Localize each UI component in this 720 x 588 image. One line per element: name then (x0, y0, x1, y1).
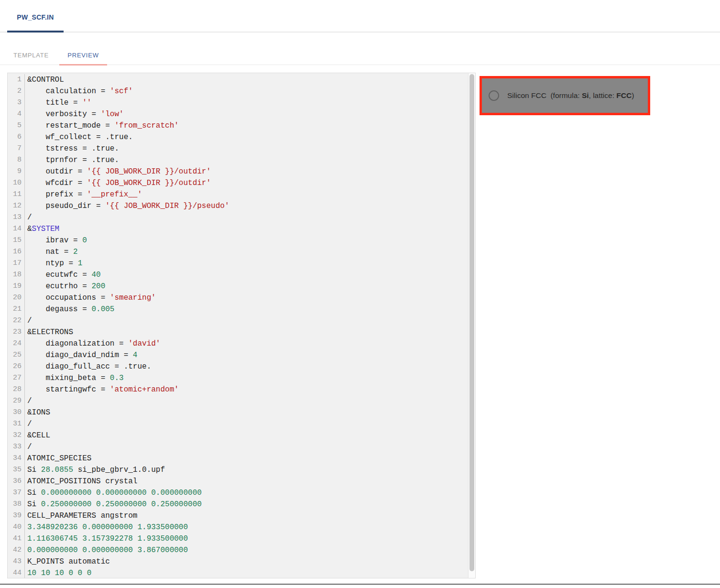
code-line: 34ATOMIC_SPECIES (8, 453, 475, 464)
code-text: wf_collect = .true. (25, 131, 133, 143)
line-number: 12 (8, 200, 25, 212)
code-text: ntyp = 1 (25, 258, 82, 269)
material-option-silicon-fcc[interactable]: Silicon FCC (formula: Si, lattice: FCC) (480, 76, 650, 115)
editor-scrollbar[interactable] (468, 73, 475, 578)
code-line: 39CELL_PARAMETERS angstrom (8, 510, 475, 522)
code-text: / (25, 395, 32, 407)
code-text: CELL_PARAMETERS angstrom (25, 510, 137, 522)
code-line: 4410 10 10 0 0 0 (8, 567, 475, 578)
line-number: 35 (8, 464, 25, 476)
line-number: 14 (8, 223, 25, 235)
line-number: 32 (8, 430, 25, 441)
code-line: 8 tprnfor = .true. (8, 154, 475, 166)
code-text: ecutwfc = 40 (25, 269, 101, 281)
code-text: restart_mode = 'from_scratch' (25, 120, 179, 131)
code-line: 33/ (8, 441, 475, 453)
code-line: 17 ntyp = 1 (8, 258, 475, 269)
code-editor[interactable]: 1&CONTROL2 calculation = 'scf'3 title = … (7, 73, 476, 578)
line-number: 8 (8, 154, 25, 166)
code-text: tstress = .true. (25, 143, 119, 154)
code-text: verbosity = 'low' (25, 109, 124, 120)
code-line: 12 pseudo_dir = '{{ JOB_WORK_DIR }}/pseu… (8, 200, 475, 212)
line-number: 20 (8, 292, 25, 304)
tab-template[interactable]: TEMPLATE (7, 45, 55, 65)
line-number: 21 (8, 304, 25, 315)
code-line: 29/ (8, 395, 475, 407)
code-editor-lines: 1&CONTROL2 calculation = 'scf'3 title = … (8, 74, 475, 578)
code-line: 18 ecutwfc = 40 (8, 269, 475, 281)
code-line: 420.000000000 0.000000000 3.867000000 (8, 544, 475, 556)
code-line: 11 prefix = '__prefix__' (8, 189, 475, 200)
line-number: 44 (8, 567, 25, 578)
code-text: diago_david_ndim = 4 (25, 349, 137, 361)
line-number: 6 (8, 131, 25, 143)
code-text: &ELECTRONS (25, 327, 73, 338)
code-line: 411.116306745 3.157392278 1.933500000 (8, 533, 475, 544)
code-line: 32&CELL (8, 430, 475, 441)
code-line: 6 wf_collect = .true. (8, 131, 475, 143)
line-number: 33 (8, 441, 25, 453)
code-line: 38Si 0.250000000 0.250000000 0.250000000 (8, 499, 475, 510)
line-number: 13 (8, 212, 25, 223)
code-line: 4 verbosity = 'low' (8, 109, 475, 120)
code-text: mixing_beta = 0.3 (25, 372, 124, 384)
view-tabs: TEMPLATEPREVIEW (0, 45, 720, 65)
code-text: 3.348920236 0.000000000 1.933500000 (25, 522, 188, 533)
code-line: 15 ibrav = 0 (8, 235, 475, 246)
editor-scrollbar-thumb[interactable] (469, 74, 474, 571)
code-line: 7 tstress = .true. (8, 143, 475, 154)
code-text: / (25, 441, 32, 453)
radio-button-icon[interactable] (489, 90, 499, 101)
code-text: ATOMIC_POSITIONS crystal (25, 476, 137, 487)
line-number: 4 (8, 109, 25, 120)
code-text: prefix = '__prefix__' (25, 189, 142, 200)
code-text: title = '' (25, 97, 91, 109)
file-tab-bar: PW_SCF.IN (0, 0, 720, 33)
file-tab-pw-scf-in[interactable]: PW_SCF.IN (7, 0, 64, 32)
code-text: / (25, 315, 32, 327)
code-text: startingwfc = 'atomic+random' (25, 384, 179, 395)
line-number: 28 (8, 384, 25, 395)
code-text: 10 10 10 0 0 0 (25, 567, 91, 578)
tab-preview[interactable]: PREVIEW (59, 45, 107, 65)
code-text: Si 0.250000000 0.250000000 0.250000000 (25, 499, 202, 510)
code-text: calculation = 'scf' (25, 86, 133, 97)
code-line: 9 outdir = '{{ JOB_WORK_DIR }}/outdir' (8, 166, 475, 177)
code-text: / (25, 212, 32, 223)
line-number: 30 (8, 407, 25, 418)
line-number: 17 (8, 258, 25, 269)
line-number: 41 (8, 533, 25, 544)
line-number: 36 (8, 476, 25, 487)
code-line: 13/ (8, 212, 475, 223)
line-number: 2 (8, 86, 25, 97)
code-text: wfcdir = '{{ JOB_WORK_DIR }}/outdir' (25, 177, 211, 189)
code-line: 27 mixing_beta = 0.3 (8, 372, 475, 384)
line-number: 7 (8, 143, 25, 154)
code-line: 22/ (8, 315, 475, 327)
code-text: Si 0.000000000 0.000000000 0.000000000 (25, 487, 202, 499)
code-line: 23&ELECTRONS (8, 327, 475, 338)
code-line: 43K_POINTS automatic (8, 556, 475, 567)
code-text: tprnfor = .true. (25, 154, 119, 166)
code-line: 21 degauss = 0.005 (8, 304, 475, 315)
code-text: &SYSTEM (25, 223, 59, 235)
active-tab-underline (59, 64, 107, 65)
line-number: 3 (8, 97, 25, 109)
line-number: 19 (8, 281, 25, 292)
code-line: 19 ecutrho = 200 (8, 281, 475, 292)
line-number: 39 (8, 510, 25, 522)
code-text: ecutrho = 200 (25, 281, 105, 292)
active-file-tab-indicator (7, 31, 64, 33)
code-line: 25 diago_david_ndim = 4 (8, 349, 475, 361)
code-line: 37Si 0.000000000 0.000000000 0.000000000 (8, 487, 475, 499)
line-number: 16 (8, 246, 25, 258)
code-line: 3 title = '' (8, 97, 475, 109)
code-line: 10 wfcdir = '{{ JOB_WORK_DIR }}/outdir' (8, 177, 475, 189)
page: PW_SCF.IN TEMPLATEPREVIEW 1&CONTROL2 cal… (0, 0, 720, 588)
line-number: 37 (8, 487, 25, 499)
code-line: 36ATOMIC_POSITIONS crystal (8, 476, 475, 487)
code-text: diagonalization = 'david' (25, 338, 160, 349)
code-line: 26 diago_full_acc = .true. (8, 361, 475, 372)
code-text: ATOMIC_SPECIES (25, 453, 91, 464)
code-line: 2 calculation = 'scf' (8, 86, 475, 97)
